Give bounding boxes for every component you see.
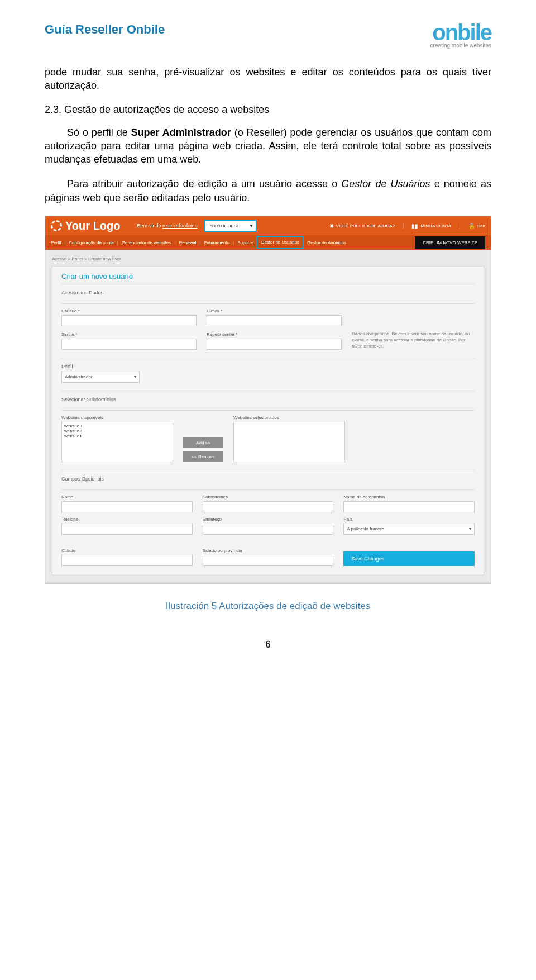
- help-icon: ✖: [329, 223, 334, 229]
- chevron-down-icon: ▾: [469, 526, 471, 531]
- language-select[interactable]: PORTUGUESE ▾: [205, 221, 256, 231]
- welcome-user: resellerfordemo: [162, 223, 198, 229]
- paragraph-continuation: pode mudar sua senha, pré-visualizar os …: [45, 65, 491, 93]
- add-button[interactable]: Add >>: [183, 437, 223, 448]
- logo-tagline: creating mobile websites: [430, 42, 492, 49]
- app-body: Acesso > Panel > Create new user Criar u…: [45, 250, 491, 583]
- label-cidade: Cidade: [61, 548, 193, 553]
- remove-button[interactable]: << Remove: [183, 451, 223, 462]
- paragraph-3: Para atribuir autorização de edição a um…: [45, 177, 491, 204]
- lock-icon: 🔒: [468, 223, 475, 229]
- input-password[interactable]: [61, 339, 197, 350]
- section-number: 2.3.: [45, 104, 61, 115]
- label-email: E-mail *: [207, 308, 342, 313]
- app-topbar: Your Logo Bem-vindo resellerfordemo PORT…: [45, 216, 491, 235]
- input-sobrenomes[interactable]: [203, 501, 334, 512]
- section-access: Acesso aos Dados: [61, 290, 475, 296]
- label-endereco: Endereço: [203, 517, 334, 522]
- brand-text: Your Logo: [65, 220, 121, 232]
- welcome-text: Bem-vindo resellerfordemo: [137, 223, 198, 229]
- page-number: 6: [45, 640, 491, 650]
- input-nome[interactable]: [61, 501, 193, 512]
- help-link[interactable]: ✖ VOCÊ PRECISA DE AJUDA?: [329, 223, 395, 229]
- input-telefone[interactable]: [61, 524, 193, 535]
- nav-gerenciador[interactable]: Gerenciador de websites: [122, 240, 171, 245]
- save-button[interactable]: Save Changes: [343, 551, 475, 566]
- document-title: Guía Reseller Onbile: [45, 22, 165, 37]
- user-icon: ▮▮: [411, 223, 418, 229]
- label-telefone: Telefone: [61, 517, 193, 522]
- label-nome: Nome: [61, 494, 193, 499]
- logout-link[interactable]: 🔒 Sair: [468, 223, 485, 229]
- label-sobrenomes: Sobrenomes: [203, 494, 334, 499]
- caption-text: Autorizações de ediçaõ de websites: [219, 601, 370, 611]
- chevron-down-icon: ▾: [250, 223, 252, 229]
- paragraph-2: Só o perfil de Super Administrador (o Re…: [45, 126, 491, 166]
- listbox-available[interactable]: website3 website2 website1: [61, 422, 173, 462]
- label-user: Usuário *: [61, 308, 197, 313]
- chevron-down-icon: ▾: [134, 374, 136, 379]
- logo-text: onbile: [430, 22, 492, 42]
- create-website-button[interactable]: CRIE UM NOVO WEBSITE: [415, 236, 485, 249]
- nav-gestor-usuarios[interactable]: Gestor de Usuários: [256, 236, 304, 249]
- mandatory-note: Dados obrigatórios. Devem inserir seu no…: [352, 331, 475, 350]
- label-available: Websites disponíveis: [61, 415, 173, 420]
- listbox-selected[interactable]: [233, 422, 345, 462]
- nav-gestor-anuncios[interactable]: Gestor de Anúncios: [307, 240, 346, 245]
- document-header: Guía Reseller Onbile onbile creating mob…: [45, 22, 491, 49]
- input-endereco[interactable]: [203, 524, 334, 535]
- label-selected: Websites selecionados: [233, 415, 345, 420]
- input-cidade[interactable]: [61, 555, 193, 566]
- section-title: Gestão de autorizações de acceso a websi…: [64, 104, 269, 115]
- breadcrumb: Acesso > Panel > Create new user: [52, 254, 484, 266]
- section-optional: Campos Opcionais: [61, 476, 475, 482]
- label-companhia: Nome da companhia: [343, 494, 475, 499]
- label-pais: País: [343, 517, 475, 522]
- panel-title: Criar um novo usuário: [61, 272, 475, 284]
- section-heading: 2.3. Gestão de autorizações de acceso a …: [45, 104, 491, 116]
- nav-perfil[interactable]: Perfil: [51, 240, 61, 245]
- label-perfil: Perfil: [61, 364, 475, 369]
- nav-faturamento[interactable]: Faturamento: [204, 240, 229, 245]
- embedded-screenshot: Your Logo Bem-vindo resellerfordemo PORT…: [45, 216, 491, 584]
- input-estado[interactable]: [203, 555, 334, 566]
- figure-caption: Ilustración 5 Autorizações de ediçaõ de …: [45, 601, 491, 612]
- label-password-repeat: Repetir senha *: [207, 332, 342, 337]
- list-item[interactable]: website2: [64, 429, 170, 434]
- app-navbar: Perfil | Configuração da conta | Gerenci…: [45, 235, 491, 250]
- account-link[interactable]: ▮▮ MINHA CONTA: [411, 223, 451, 229]
- nav-config[interactable]: Configuração da conta: [69, 240, 114, 245]
- brand-logo: onbile creating mobile websites: [430, 22, 492, 49]
- nav-renewal[interactable]: Renewal: [179, 240, 196, 245]
- list-item[interactable]: website3: [64, 424, 170, 429]
- form-panel: Criar um novo usuário Acesso aos Dados U…: [52, 266, 484, 575]
- input-password-repeat[interactable]: [207, 339, 342, 350]
- input-email[interactable]: [207, 315, 342, 326]
- label-estado: Estado ou província: [203, 548, 334, 553]
- input-companhia[interactable]: [343, 501, 475, 512]
- list-item[interactable]: website1: [64, 434, 170, 439]
- brand-icon: [51, 220, 62, 231]
- input-user[interactable]: [61, 315, 197, 326]
- app-brand[interactable]: Your Logo: [51, 220, 121, 232]
- section-subdomains: Selecionar Subdomínios: [61, 397, 475, 402]
- nav-suporte[interactable]: Suporte: [237, 240, 253, 245]
- caption-label: Ilustración 5: [166, 601, 217, 611]
- select-perfil[interactable]: Administrador ▾: [61, 372, 140, 383]
- select-pais[interactable]: A polinesia frances ▾: [343, 524, 475, 535]
- label-password: Senha *: [61, 332, 197, 337]
